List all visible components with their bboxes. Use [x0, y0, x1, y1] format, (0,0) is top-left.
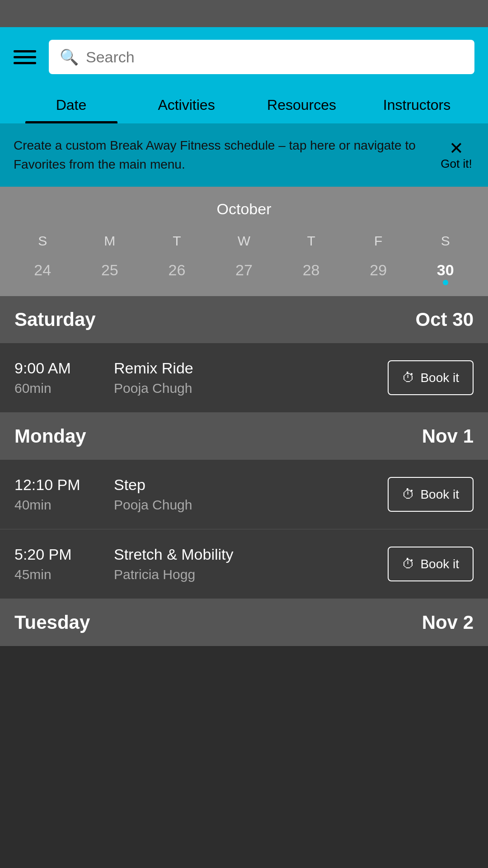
- search-input[interactable]: [86, 48, 464, 66]
- book-button-remix-ride[interactable]: ⏱ Book it: [388, 360, 474, 395]
- day-name-saturday: Saturday: [14, 309, 96, 330]
- day-date-nov1: Nov 1: [422, 425, 474, 447]
- day-name-tuesday: Tuesday: [14, 612, 90, 633]
- class-start-time-step: 12:10 PM: [14, 476, 105, 494]
- tab-activities[interactable]: Activities: [129, 87, 244, 123]
- calendar-day-29[interactable]: 29: [345, 253, 412, 287]
- search-icon: 🔍: [60, 48, 79, 66]
- schedule: Saturday Oct 30 9:00 AM 60min Remix Ride…: [0, 296, 488, 646]
- calendar-day-headers: S M T W T F S: [9, 229, 479, 253]
- class-instructor-stretch: Patricia Hogg: [114, 567, 379, 582]
- calendar: October S M T W T F S 24 25 26 27 28 29 …: [0, 187, 488, 296]
- calendar-day-28[interactable]: 28: [277, 253, 345, 287]
- day-header-tuesday: Tuesday Nov 2: [0, 599, 488, 646]
- header: 🔍 Date Activities Resources Instructors: [0, 27, 488, 123]
- clock-icon-step: ⏱: [402, 487, 415, 502]
- book-button-stretch[interactable]: ⏱ Book it: [388, 547, 474, 581]
- search-bar[interactable]: 🔍: [49, 40, 474, 74]
- tab-instructors[interactable]: Instructors: [359, 87, 474, 123]
- banner-text: Create a custom Break Away Fitness sched…: [14, 136, 429, 174]
- class-item-stretch: 5:20 PM 45min Stretch & Mobility Patrici…: [0, 529, 488, 599]
- day-header-monday: Monday Nov 1: [0, 413, 488, 460]
- class-time-block: 9:00 AM 60min: [14, 359, 105, 396]
- calendar-day-27[interactable]: 27: [211, 253, 278, 287]
- day-header-saturday: Saturday Oct 30: [0, 296, 488, 343]
- class-duration: 60min: [14, 381, 105, 396]
- day-header-thu: T: [277, 229, 345, 253]
- calendar-day-26[interactable]: 26: [143, 253, 211, 287]
- class-name-stretch: Stretch & Mobility: [114, 546, 379, 563]
- hamburger-menu-button[interactable]: [14, 50, 36, 64]
- day-name-monday: Monday: [14, 425, 86, 447]
- calendar-days: 24 25 26 27 28 29 30: [9, 253, 479, 287]
- promo-banner[interactable]: Create a custom Break Away Fitness sched…: [0, 123, 488, 187]
- day-header-sat: S: [412, 229, 479, 253]
- class-item-remix-ride: 9:00 AM 60min Remix Ride Pooja Chugh ⏱ B…: [0, 343, 488, 413]
- class-duration-step: 40min: [14, 497, 105, 513]
- day-header-sun: S: [9, 229, 76, 253]
- calendar-day-25[interactable]: 25: [76, 253, 144, 287]
- day-header-tue: T: [143, 229, 211, 253]
- clock-icon: ⏱: [402, 370, 415, 385]
- calendar-day-24[interactable]: 24: [9, 253, 76, 287]
- class-time-block-step: 12:10 PM 40min: [14, 476, 105, 513]
- class-info-step: Step Pooja Chugh: [114, 476, 379, 513]
- class-info-block: Remix Ride Pooja Chugh: [114, 359, 379, 396]
- close-icon: ✕: [449, 140, 464, 157]
- status-bar: [0, 0, 488, 27]
- got-it-label: Got it!: [441, 157, 472, 171]
- class-name: Remix Ride: [114, 359, 379, 377]
- tab-bar: Date Activities Resources Instructors: [14, 87, 474, 123]
- class-instructor: Pooja Chugh: [114, 381, 379, 396]
- clock-icon-stretch: ⏱: [402, 557, 415, 571]
- class-instructor-step: Pooja Chugh: [114, 497, 379, 513]
- class-start-time: 9:00 AM: [14, 359, 105, 377]
- class-item-step: 12:10 PM 40min Step Pooja Chugh ⏱ Book i…: [0, 460, 488, 529]
- class-start-time-stretch: 5:20 PM: [14, 546, 105, 563]
- day-date-nov2: Nov 2: [422, 612, 474, 633]
- calendar-day-30[interactable]: 30: [412, 253, 479, 287]
- class-duration-stretch: 45min: [14, 567, 105, 582]
- book-button-step[interactable]: ⏱ Book it: [388, 477, 474, 512]
- class-info-stretch: Stretch & Mobility Patricia Hogg: [114, 546, 379, 582]
- calendar-month: October: [9, 200, 479, 218]
- day-header-wed: W: [211, 229, 278, 253]
- day-header-mon: M: [76, 229, 144, 253]
- day-date-oct30: Oct 30: [416, 309, 474, 330]
- class-time-block-stretch: 5:20 PM 45min: [14, 546, 105, 582]
- banner-dismiss-button[interactable]: ✕ Got it!: [438, 140, 474, 171]
- day-header-fri: F: [345, 229, 412, 253]
- tab-date[interactable]: Date: [14, 87, 129, 123]
- class-name-step: Step: [114, 476, 379, 494]
- tab-resources[interactable]: Resources: [244, 87, 359, 123]
